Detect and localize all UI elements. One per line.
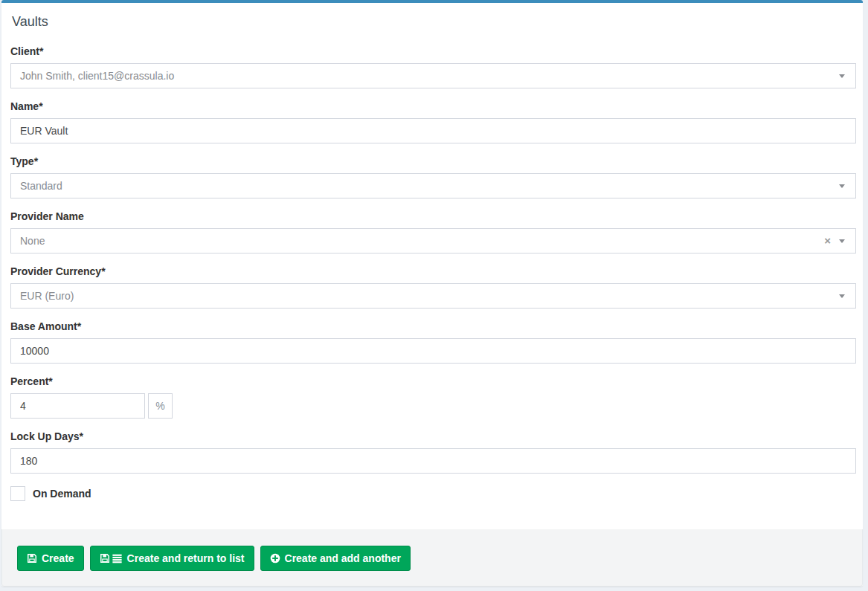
provider-currency-label: Provider Currency*	[10, 266, 856, 277]
create-button-label: Create	[42, 552, 74, 564]
chevron-down-icon	[839, 74, 845, 78]
field-on-demand: On Demand	[10, 486, 856, 501]
name-input[interactable]	[10, 118, 856, 143]
percent-addon: %	[148, 393, 173, 419]
create-and-return-button-label: Create and return to list	[127, 552, 245, 564]
chevron-down-icon	[839, 184, 845, 188]
on-demand-checkbox[interactable]	[10, 486, 25, 501]
field-lock-up-days: Lock Up Days*	[10, 431, 856, 474]
field-percent: Percent* %	[10, 376, 856, 419]
client-select-value: John Smith, client15@crassula.io	[20, 70, 174, 82]
base-amount-input[interactable]	[10, 338, 856, 364]
type-select-value: Standard	[20, 180, 62, 192]
list-icon	[112, 553, 123, 563]
lock-up-days-input[interactable]	[10, 448, 856, 474]
clear-icon[interactable]: ×	[824, 235, 831, 246]
provider-name-select[interactable]: None ×	[10, 228, 856, 253]
create-and-add-another-button-label: Create and add another	[285, 552, 401, 564]
provider-name-select-value: None	[20, 235, 45, 247]
provider-currency-select-value: EUR (Euro)	[20, 290, 74, 302]
base-amount-label: Base Amount*	[10, 321, 856, 332]
create-and-return-button[interactable]: Create and return to list	[90, 546, 254, 571]
provider-name-label: Provider Name	[10, 211, 856, 222]
form-panel: Vaults Client* John Smith, client15@cras…	[1, 3, 863, 529]
field-client: Client* John Smith, client15@crassula.io	[10, 46, 856, 88]
field-name: Name*	[10, 101, 856, 143]
save-icon	[100, 553, 110, 563]
client-label: Client*	[10, 46, 856, 57]
provider-currency-select[interactable]: EUR (Euro)	[10, 283, 856, 309]
create-button[interactable]: Create	[17, 546, 84, 571]
type-label: Type*	[10, 156, 856, 167]
page-title: Vaults	[12, 15, 856, 28]
chevron-down-icon	[839, 294, 845, 298]
client-select[interactable]: John Smith, client15@crassula.io	[10, 63, 856, 88]
plus-circle-icon	[270, 553, 280, 563]
type-select[interactable]: Standard	[10, 173, 856, 198]
form-actions-footer: Create	[1, 529, 863, 587]
field-type: Type* Standard	[10, 156, 856, 198]
save-icon	[27, 553, 37, 563]
create-and-add-another-button[interactable]: Create and add another	[260, 546, 411, 571]
field-base-amount: Base Amount*	[10, 321, 856, 364]
chevron-down-icon	[839, 239, 845, 243]
content-card: Vaults Client* John Smith, client15@cras…	[1, 0, 863, 587]
field-provider-name: Provider Name None ×	[10, 211, 856, 253]
field-provider-currency: Provider Currency* EUR (Euro)	[10, 266, 856, 309]
on-demand-label[interactable]: On Demand	[33, 488, 91, 500]
percent-label: Percent*	[10, 376, 856, 387]
lock-up-days-label: Lock Up Days*	[10, 431, 856, 442]
percent-input[interactable]	[10, 393, 145, 419]
name-label: Name*	[10, 101, 856, 112]
